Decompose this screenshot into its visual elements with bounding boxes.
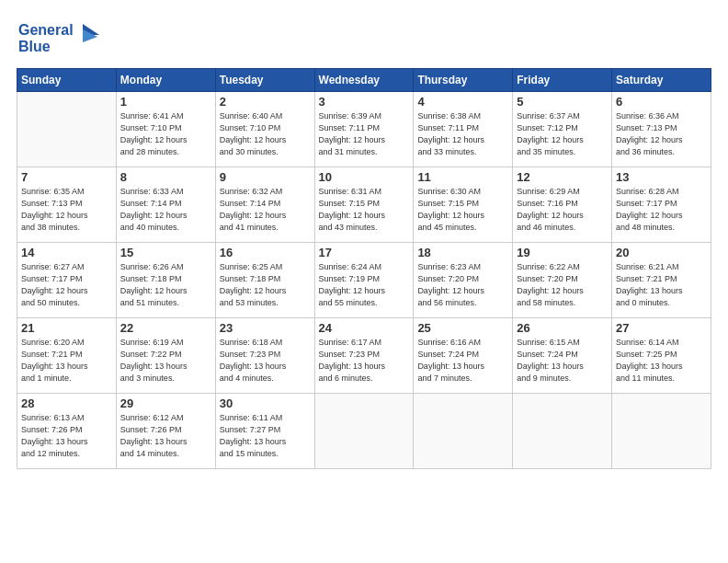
calendar-header-sunday: Sunday (17, 69, 117, 92)
calendar-week-2: 7Sunrise: 6:35 AMSunset: 7:13 PMDaylight… (17, 167, 711, 243)
calendar-cell: 28Sunrise: 6:13 AMSunset: 7:26 PMDayligh… (17, 394, 117, 469)
calendar-cell: 6Sunrise: 6:36 AMSunset: 7:13 PMDaylight… (612, 92, 711, 167)
day-info: Sunrise: 6:28 AMSunset: 7:17 PMDaylight:… (616, 186, 707, 234)
day-info: Sunrise: 6:12 AMSunset: 7:26 PMDaylight:… (120, 412, 211, 460)
calendar-cell: 5Sunrise: 6:37 AMSunset: 7:12 PMDaylight… (513, 92, 612, 167)
day-info: Sunrise: 6:16 AMSunset: 7:24 PMDaylight:… (417, 337, 508, 385)
calendar-cell: 3Sunrise: 6:39 AMSunset: 7:11 PMDaylight… (314, 92, 414, 167)
calendar-cell: 10Sunrise: 6:31 AMSunset: 7:15 PMDayligh… (314, 167, 414, 243)
calendar-cell: 15Sunrise: 6:26 AMSunset: 7:18 PMDayligh… (116, 243, 215, 318)
day-number: 15 (120, 246, 211, 259)
day-info: Sunrise: 6:41 AMSunset: 7:10 PMDaylight:… (120, 110, 211, 158)
day-number: 14 (21, 246, 112, 259)
day-info: Sunrise: 6:22 AMSunset: 7:20 PMDaylight:… (517, 261, 608, 309)
calendar-cell (513, 394, 612, 469)
day-number: 16 (220, 246, 311, 259)
day-number: 26 (517, 321, 608, 335)
calendar-cell: 22Sunrise: 6:19 AMSunset: 7:22 PMDayligh… (116, 318, 215, 394)
calendar-cell: 2Sunrise: 6:40 AMSunset: 7:10 PMDaylight… (215, 92, 314, 167)
calendar-cell: 14Sunrise: 6:27 AMSunset: 7:17 PMDayligh… (17, 243, 117, 318)
calendar-cell (414, 394, 513, 469)
day-number: 9 (220, 170, 311, 184)
day-info: Sunrise: 6:33 AMSunset: 7:14 PMDaylight:… (120, 186, 211, 234)
calendar-header-wednesday: Wednesday (314, 69, 414, 92)
header: General Blue (17, 17, 711, 61)
calendar-cell: 27Sunrise: 6:14 AMSunset: 7:25 PMDayligh… (612, 318, 711, 394)
calendar-cell: 16Sunrise: 6:25 AMSunset: 7:18 PMDayligh… (215, 243, 314, 318)
calendar-cell: 29Sunrise: 6:12 AMSunset: 7:26 PMDayligh… (116, 394, 215, 469)
day-number: 28 (21, 396, 112, 410)
calendar-cell: 26Sunrise: 6:15 AMSunset: 7:24 PMDayligh… (513, 318, 612, 394)
calendar-cell (612, 394, 711, 469)
calendar-header-saturday: Saturday (612, 69, 711, 92)
day-info: Sunrise: 6:26 AMSunset: 7:18 PMDaylight:… (120, 261, 211, 309)
calendar-cell: 19Sunrise: 6:22 AMSunset: 7:20 PMDayligh… (513, 243, 612, 318)
day-number: 23 (220, 321, 311, 335)
day-info: Sunrise: 6:38 AMSunset: 7:11 PMDaylight:… (417, 110, 508, 158)
calendar-cell: 9Sunrise: 6:32 AMSunset: 7:14 PMDaylight… (215, 167, 314, 243)
logo: General Blue (17, 17, 99, 61)
day-number: 25 (417, 321, 508, 335)
calendar-cell: 4Sunrise: 6:38 AMSunset: 7:11 PMDaylight… (414, 92, 513, 167)
calendar-week-4: 21Sunrise: 6:20 AMSunset: 7:21 PMDayligh… (17, 318, 711, 394)
calendar-header-thursday: Thursday (414, 69, 513, 92)
calendar-cell: 17Sunrise: 6:24 AMSunset: 7:19 PMDayligh… (314, 243, 414, 318)
day-number: 1 (120, 95, 211, 109)
calendar-cell: 23Sunrise: 6:18 AMSunset: 7:23 PMDayligh… (215, 318, 314, 394)
day-info: Sunrise: 6:17 AMSunset: 7:23 PMDaylight:… (319, 337, 410, 385)
day-info: Sunrise: 6:25 AMSunset: 7:18 PMDaylight:… (220, 261, 311, 309)
day-number: 2 (220, 95, 311, 109)
calendar-header-friday: Friday (513, 69, 612, 92)
day-info: Sunrise: 6:36 AMSunset: 7:13 PMDaylight:… (616, 110, 707, 158)
day-number: 21 (21, 321, 112, 335)
calendar-cell: 12Sunrise: 6:29 AMSunset: 7:16 PMDayligh… (513, 167, 612, 243)
day-number: 24 (319, 321, 410, 335)
day-number: 8 (120, 170, 211, 184)
day-info: Sunrise: 6:24 AMSunset: 7:19 PMDaylight:… (319, 261, 410, 309)
calendar-cell: 1Sunrise: 6:41 AMSunset: 7:10 PMDaylight… (116, 92, 215, 167)
calendar-header-tuesday: Tuesday (215, 69, 314, 92)
calendar-cell: 20Sunrise: 6:21 AMSunset: 7:21 PMDayligh… (612, 243, 711, 318)
svg-text:General: General (18, 22, 74, 38)
day-info: Sunrise: 6:21 AMSunset: 7:21 PMDaylight:… (616, 261, 707, 309)
day-info: Sunrise: 6:20 AMSunset: 7:21 PMDaylight:… (21, 337, 112, 385)
day-number: 13 (616, 170, 707, 184)
day-number: 22 (120, 321, 211, 335)
calendar-cell (17, 92, 117, 167)
calendar-cell: 25Sunrise: 6:16 AMSunset: 7:24 PMDayligh… (414, 318, 513, 394)
day-number: 7 (21, 170, 112, 184)
calendar-header-monday: Monday (116, 69, 215, 92)
calendar-cell: 13Sunrise: 6:28 AMSunset: 7:17 PMDayligh… (612, 167, 711, 243)
calendar-table: SundayMondayTuesdayWednesdayThursdayFrid… (17, 68, 711, 469)
calendar-cell: 18Sunrise: 6:23 AMSunset: 7:20 PMDayligh… (414, 243, 513, 318)
day-info: Sunrise: 6:40 AMSunset: 7:10 PMDaylight:… (220, 110, 311, 158)
day-info: Sunrise: 6:23 AMSunset: 7:20 PMDaylight:… (417, 261, 508, 309)
day-number: 20 (616, 246, 707, 259)
day-info: Sunrise: 6:14 AMSunset: 7:25 PMDaylight:… (616, 337, 707, 385)
calendar-cell: 11Sunrise: 6:30 AMSunset: 7:15 PMDayligh… (414, 167, 513, 243)
day-number: 10 (319, 170, 410, 184)
calendar-cell: 24Sunrise: 6:17 AMSunset: 7:23 PMDayligh… (314, 318, 414, 394)
page: General Blue SundayMondayTuesdayWednesda… (0, 0, 728, 563)
day-info: Sunrise: 6:37 AMSunset: 7:12 PMDaylight:… (517, 110, 608, 158)
calendar-cell: 21Sunrise: 6:20 AMSunset: 7:21 PMDayligh… (17, 318, 117, 394)
day-number: 18 (417, 246, 508, 259)
day-number: 12 (517, 170, 608, 184)
day-number: 5 (517, 95, 608, 109)
day-number: 19 (517, 246, 608, 259)
day-number: 4 (417, 95, 508, 109)
day-number: 27 (616, 321, 707, 335)
svg-text:Blue: Blue (18, 39, 51, 54)
day-info: Sunrise: 6:15 AMSunset: 7:24 PMDaylight:… (517, 337, 608, 385)
day-number: 6 (616, 95, 707, 109)
day-info: Sunrise: 6:30 AMSunset: 7:15 PMDaylight:… (417, 186, 508, 234)
day-info: Sunrise: 6:27 AMSunset: 7:17 PMDaylight:… (21, 261, 112, 309)
day-info: Sunrise: 6:39 AMSunset: 7:11 PMDaylight:… (319, 110, 410, 158)
day-info: Sunrise: 6:32 AMSunset: 7:14 PMDaylight:… (220, 186, 311, 234)
day-number: 11 (417, 170, 508, 184)
calendar-cell: 7Sunrise: 6:35 AMSunset: 7:13 PMDaylight… (17, 167, 117, 243)
calendar-cell: 8Sunrise: 6:33 AMSunset: 7:14 PMDaylight… (116, 167, 215, 243)
day-info: Sunrise: 6:11 AMSunset: 7:27 PMDaylight:… (220, 412, 311, 460)
calendar-cell (314, 394, 414, 469)
day-number: 30 (220, 396, 311, 410)
